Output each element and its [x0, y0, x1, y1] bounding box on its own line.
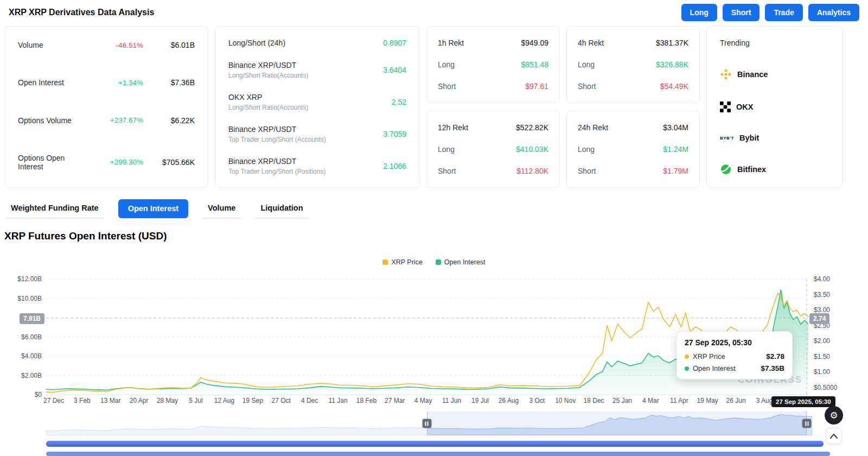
rekt-short-row: Short $112.80K: [438, 167, 548, 175]
svg-text:$6.00B: $6.00B: [21, 333, 42, 341]
scroll-to-top-button[interactable]: [826, 428, 842, 444]
x-axis-labels: 27 Dec3 Feb13 Mar20 Apr28 May5 Jul12 Aug…: [43, 397, 773, 404]
stat-change: +1.34%: [89, 79, 143, 87]
svg-text:$0: $0: [35, 391, 42, 398]
chart-navigator[interactable]: [46, 411, 812, 435]
rekt-card-1h: 1h Rekt $949.09 Long $851.48 Short $97.6…: [426, 26, 560, 103]
stat-value: $7.36B: [143, 78, 195, 87]
trending-item-label: OKX: [736, 103, 753, 111]
bybit-icon: BYB'T: [720, 136, 734, 141]
stat-label: Volume: [18, 41, 89, 49]
svg-text:18 Dec: 18 Dec: [584, 397, 604, 404]
rekt-long-row: Long $1.24M: [578, 145, 688, 154]
rekt-short-row: Short $54.49K: [578, 82, 688, 91]
ratio-sublabel: Long/Short Ratio(Accounts): [228, 104, 308, 111]
ratio-sublabel: Top Trader Long/Short (Accounts): [228, 136, 326, 143]
svg-text:27 Oct: 27 Oct: [272, 397, 291, 404]
ratio-value: 3.7059: [383, 130, 406, 138]
svg-text:$3.00: $3.00: [814, 306, 830, 314]
rekt-long-value: $326.88K: [656, 60, 688, 69]
stat-row-volume: Volume -46.51% $6.01B: [18, 41, 195, 49]
svg-text:19 Jul: 19 Jul: [471, 397, 489, 404]
trending-item-okx[interactable]: OKX: [720, 102, 829, 112]
svg-text:$2.00B: $2.00B: [21, 372, 42, 379]
analytics-button[interactable]: Analytics: [808, 4, 859, 21]
rekt-total: $3.04M: [663, 123, 688, 132]
svg-text:27 Mar: 27 Mar: [385, 397, 405, 404]
tab-liquidation[interactable]: Liquidation: [255, 199, 308, 219]
ratio-value: 2.52: [392, 98, 406, 106]
stat-row-options-volume: Options Volume +237.67% $6.22K: [18, 116, 195, 125]
stat-label: Options Open Interest: [18, 154, 89, 171]
volume-stats-card: Volume -46.51% $6.01B Open Interest +1.3…: [4, 26, 208, 188]
svg-text:4 May: 4 May: [414, 397, 432, 404]
rekt-total-row: 24h Rekt $3.04M: [578, 123, 688, 132]
svg-text:28 May: 28 May: [157, 397, 178, 404]
derivatives-dashboard: XRP XRP Derivatives Data Analysis Long S…: [0, 0, 868, 456]
stat-value: $6.22K: [143, 116, 195, 125]
bitfinex-icon: [720, 163, 732, 175]
rekt-long-row: Long $410.03K: [438, 145, 548, 154]
open-interest-dot-icon: [685, 366, 689, 371]
svg-text:26 Jun: 26 Jun: [726, 397, 746, 404]
rekt-short-row: Short $1.79M: [578, 167, 688, 175]
rekt-total: $949.09: [521, 39, 548, 47]
stat-change: -46.51%: [89, 41, 143, 49]
svg-text:11 Jan: 11 Jan: [328, 397, 347, 404]
trending-title: Trending: [720, 39, 829, 47]
rekt-card-4h: 4h Rekt $381.37K Long $326.88K Short $54…: [566, 26, 700, 103]
right-axis-crosshair-badge: 2.74: [809, 313, 829, 324]
long-button[interactable]: Long: [681, 4, 717, 21]
rekt-total: $381.37K: [656, 39, 688, 47]
navigator-right-handle[interactable]: [802, 419, 812, 428]
short-button[interactable]: Short: [723, 4, 760, 21]
ratio-value: 0.8907: [383, 39, 406, 47]
rekt-long-label: Long: [438, 145, 455, 154]
rekt-total-row: 1h Rekt $949.09: [438, 39, 548, 47]
settings-fab[interactable]: ⚙: [825, 406, 843, 425]
chart-zoom-scrollbar[interactable]: [46, 441, 824, 447]
ratio-row: Binance XRP/USDT Top Trader Long/Short (…: [228, 157, 406, 175]
navigator-left-handle[interactable]: [422, 419, 431, 428]
y-axis-right-labels: $4.00$3.50$3.00$2.50$2.00$1.50$1.00$0.50…: [814, 275, 838, 391]
chart-tabs: Weighted Funding Rate Open Interest Volu…: [5, 199, 309, 219]
rekt-column-1: 1h Rekt $949.09 Long $851.48 Short $97.6…: [426, 26, 560, 188]
ratio-label: Binance XRP/USDT: [228, 61, 308, 69]
ratio-value: 2.1066: [383, 162, 406, 170]
rekt-card-12h: 12h Rekt $522.82K Long $410.03K Short $1…: [426, 111, 560, 188]
trending-item-label: Binance: [737, 70, 768, 79]
trending-card: Trending Binance: [706, 26, 843, 188]
svg-text:10 Nov: 10 Nov: [555, 397, 576, 404]
stat-label: Open Interest: [18, 78, 89, 87]
trending-item-bybit[interactable]: BYB'T Bybit: [720, 134, 829, 142]
rekt-long-label: Long: [578, 145, 595, 154]
svg-text:3 Feb: 3 Feb: [74, 397, 91, 404]
stat-row-options-open-interest: Options Open Interest +299.30% $705.66K: [18, 154, 195, 171]
ratio-label: OKX XRP: [228, 93, 308, 102]
summary-cards: Volume -46.51% $6.01B Open Interest +1.3…: [4, 26, 864, 188]
trending-item-binance[interactable]: Binance: [720, 68, 829, 80]
svg-text:4 Mar: 4 Mar: [642, 397, 659, 404]
rekt-short-label: Short: [438, 167, 456, 175]
rekt-column-2: 4h Rekt $381.37K Long $326.88K Short $54…: [566, 26, 700, 188]
svg-text:27 Dec: 27 Dec: [43, 397, 64, 404]
page-title: XRP XRP Derivatives Data Analysis: [9, 8, 154, 17]
trending-item-label: Bybit: [739, 134, 759, 142]
svg-text:13 Mar: 13 Mar: [100, 397, 120, 404]
trade-button[interactable]: Trade: [765, 4, 802, 21]
trending-item-bitfinex[interactable]: Bitfinex: [720, 163, 829, 175]
navigator-selected-range[interactable]: [427, 411, 807, 435]
tab-weighted-funding-rate[interactable]: Weighted Funding Rate: [5, 199, 104, 219]
tooltip-value: $2.78: [766, 352, 784, 360]
rekt-short-label: Short: [578, 167, 596, 175]
secondary-navigator-strip[interactable]: [46, 452, 830, 456]
rekt-short-label: Short: [438, 82, 456, 91]
tab-volume[interactable]: Volume: [202, 199, 241, 219]
tab-open-interest[interactable]: Open Interest: [118, 199, 188, 218]
ratio-row: OKX XRP Long/Short Ratio(Accounts) 2.52: [228, 93, 406, 111]
rekt-card-24h: 24h Rekt $3.04M Long $1.24M Short $1.79M: [566, 111, 700, 188]
svg-text:$12.00B: $12.00B: [17, 275, 42, 283]
svg-text:4 Dec: 4 Dec: [301, 397, 318, 404]
tooltip-value: $7.35B: [761, 364, 784, 372]
stat-change: +299.30%: [89, 158, 143, 166]
